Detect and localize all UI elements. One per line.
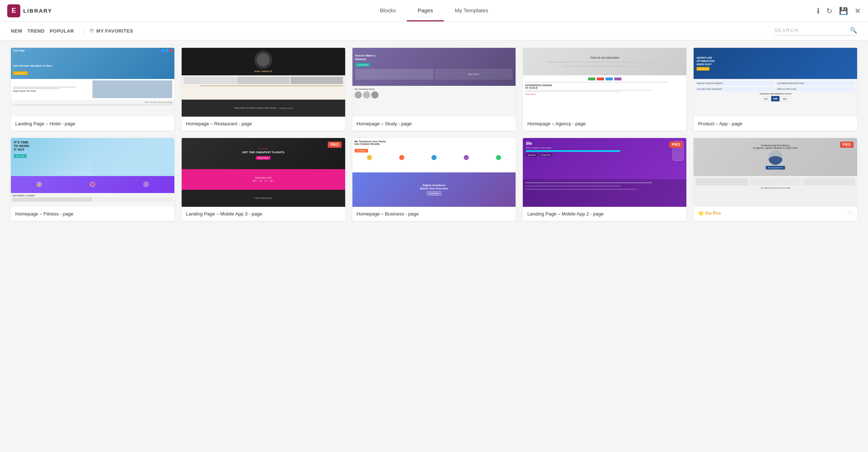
card-fitness[interactable]: IT'S TIMETO WORKIT OUT Join Now 💪 ❤️ 🏋️ — [11, 138, 174, 221]
thumbnail-medical: Professional ExcellenceIn Sports, Spine,… — [694, 138, 857, 207]
thumbnail-mobile-app-3: ✈ forei GET THE CHEAPEST FLIGHTS Watch V… — [182, 138, 345, 207]
save-button[interactable]: 💾 — [839, 7, 848, 15]
tab-my-templates[interactable]: My Templates — [444, 0, 499, 21]
pro-badge-mobile2: PRO — [669, 142, 683, 148]
card-medical[interactable]: Professional ExcellenceIn Sports, Spine,… — [694, 138, 857, 221]
logo-icon: E — [7, 4, 20, 17]
thumbnail-fitness: IT'S TIMETO WORKIT OUT Join Now 💪 ❤️ 🏋️ — [11, 138, 174, 207]
card-label-product-app: Product – App - page — [694, 117, 857, 131]
card-product-app[interactable]: WORKFLOWOPTIMIZATIONMADE EASY Get Starte… — [694, 48, 857, 131]
tab-blocks[interactable]: Blocks — [369, 0, 407, 21]
header: E LIBRARY Blocks Pages My Templates ℹ ↻ … — [0, 0, 868, 22]
filter-divider — [84, 28, 84, 35]
header-actions: ℹ ↻ 💾 ✕ — [803, 7, 861, 15]
pro-badge-medical: PRO — [840, 142, 853, 148]
tab-pages[interactable]: Pages — [407, 0, 444, 21]
card-label-hotel: Landing Page – Hotel - page — [11, 117, 174, 131]
heart-icon: ♡ — [90, 28, 94, 34]
card-business[interactable]: We Transform Your Visioninto Creative Re… — [352, 138, 516, 221]
thumbnail-mobile-app-2: Me Never forget an idea again App Store … — [523, 138, 686, 207]
info-button[interactable]: ℹ — [817, 7, 820, 15]
go-pro-bar: 🌟 Go Pro ♡ — [694, 207, 857, 220]
heart-icon[interactable]: ♡ — [848, 210, 853, 217]
thumbnail-agency: THIS IS AN HEADING EXPERIENCE DESIGNAT S… — [523, 48, 686, 117]
card-agency[interactable]: THIS IS AN HEADING EXPERIENCE DESIGNAT S… — [523, 48, 686, 131]
card-label-study: Homepage – Study - page — [352, 117, 516, 131]
thumbnail-study: How to Make aWebsite Learn More Who is i… — [352, 48, 516, 117]
thumbnail-restaurant: OUR SWEETS "Tasty food, not inside a lov… — [182, 48, 345, 117]
card-label-agency: Homepage – Agency - page — [523, 117, 686, 131]
logo-text: LIBRARY — [23, 8, 52, 14]
nav-tabs: Blocks Pages My Templates — [65, 0, 803, 21]
save-icon: 💾 — [839, 7, 848, 15]
filter-trend[interactable]: TREND — [28, 28, 50, 34]
template-grid: Your logo Your Dream Vacation is Here Le… — [0, 41, 868, 228]
search-input[interactable] — [774, 27, 847, 33]
card-label-business: Homepage – Business - page — [352, 207, 516, 221]
search-area: 🔍 — [774, 27, 857, 35]
search-icon: 🔍 — [850, 27, 857, 34]
card-label-restaurant: Homepage – Restaurant - page — [182, 117, 345, 131]
card-mobile-app-3[interactable]: ✈ forei GET THE CHEAPEST FLIGHTS Watch V… — [182, 138, 345, 221]
go-pro-button[interactable]: 🌟 Go Pro — [698, 210, 721, 216]
card-hotel[interactable]: Your logo Your Dream Vacation is Here Le… — [11, 48, 174, 131]
close-button[interactable]: ✕ — [855, 7, 861, 15]
logo-area: E LIBRARY — [7, 4, 65, 17]
refresh-icon: ↻ — [826, 7, 832, 15]
card-label-fitness: Homepage – Fitness - page — [11, 207, 174, 221]
card-study[interactable]: How to Make aWebsite Learn More Who is i… — [352, 48, 516, 131]
card-restaurant[interactable]: OUR SWEETS "Tasty food, not inside a lov… — [182, 48, 345, 131]
close-icon: ✕ — [855, 7, 861, 15]
thumbnail-product-app: WORKFLOWOPTIMIZATIONMADE EASY Get Starte… — [694, 48, 857, 117]
info-icon: ℹ — [817, 7, 820, 15]
card-mobile-app-2[interactable]: Me Never forget an idea again App Store … — [523, 138, 686, 221]
card-label-mobile-app-3: Landing Page – Mobile App 3 - page — [182, 207, 345, 221]
pro-badge-mobile3: PRO — [328, 142, 341, 148]
filter-new[interactable]: NEW — [11, 28, 28, 34]
card-label-mobile-app-2: Landing Page – Mobile App 2 - page — [523, 207, 686, 221]
filter-bar: NEW TREND POPULAR ♡ MY FAVORITES 🔍 — [0, 22, 868, 41]
refresh-button[interactable]: ↻ — [826, 7, 832, 15]
thumbnail-hotel: Your logo Your Dream Vacation is Here Le… — [11, 48, 174, 117]
favorites-button[interactable]: ♡ MY FAVORITES — [90, 28, 133, 34]
filter-popular[interactable]: POPULAR — [50, 28, 79, 34]
thumbnail-business: We Transform Your Visioninto Creative Re… — [352, 138, 516, 207]
